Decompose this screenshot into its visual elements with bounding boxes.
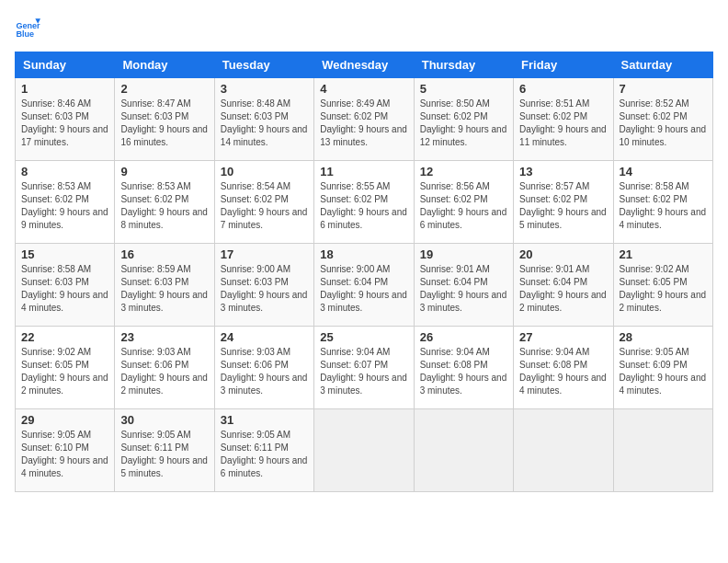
day-info: Sunrise: 9:01 AM Sunset: 6:04 PM Dayligh… xyxy=(519,263,607,315)
day-cell: 24 Sunrise: 9:03 AM Sunset: 6:06 PM Dayl… xyxy=(214,327,313,409)
day-info: Sunrise: 9:02 AM Sunset: 6:05 PM Dayligh… xyxy=(21,346,108,397)
day-cell: 10 Sunrise: 8:54 AM Sunset: 6:02 PM Dayl… xyxy=(214,161,313,244)
day-info: Sunrise: 9:04 AM Sunset: 6:07 PM Dayligh… xyxy=(320,346,407,397)
day-number: 31 xyxy=(221,413,308,427)
day-info: Sunrise: 8:46 AM Sunset: 6:03 PM Dayligh… xyxy=(21,98,108,149)
day-number: 18 xyxy=(320,247,407,261)
day-number: 7 xyxy=(620,82,707,96)
day-cell: 25 Sunrise: 9:04 AM Sunset: 6:07 PM Dayl… xyxy=(314,327,414,409)
header-cell-sunday: Sunday xyxy=(16,52,115,78)
day-info: Sunrise: 9:00 AM Sunset: 6:03 PM Dayligh… xyxy=(221,263,308,315)
day-info: Sunrise: 8:50 AM Sunset: 6:02 PM Dayligh… xyxy=(420,98,507,149)
day-number: 14 xyxy=(620,165,707,178)
day-number: 24 xyxy=(221,330,308,344)
day-cell: 8 Sunrise: 8:53 AM Sunset: 6:02 PM Dayli… xyxy=(16,161,115,244)
header-cell-monday: Monday xyxy=(115,52,214,78)
header-row: SundayMondayTuesdayWednesdayThursdayFrid… xyxy=(16,52,713,78)
day-cell: 27 Sunrise: 9:04 AM Sunset: 6:08 PM Dayl… xyxy=(514,327,613,409)
day-info: Sunrise: 9:04 AM Sunset: 6:08 PM Dayligh… xyxy=(420,346,507,397)
day-number: 8 xyxy=(21,165,108,178)
day-number: 5 xyxy=(420,82,507,96)
calendar-body: 1 Sunrise: 8:46 AM Sunset: 6:03 PM Dayli… xyxy=(16,78,713,492)
day-cell: 30 Sunrise: 9:05 AM Sunset: 6:11 PM Dayl… xyxy=(115,409,214,492)
day-number: 15 xyxy=(21,247,108,261)
day-cell: 26 Sunrise: 9:04 AM Sunset: 6:08 PM Dayl… xyxy=(414,327,513,409)
day-cell: 21 Sunrise: 9:02 AM Sunset: 6:05 PM Dayl… xyxy=(613,244,712,327)
week-row-2: 8 Sunrise: 8:53 AM Sunset: 6:02 PM Dayli… xyxy=(16,161,713,244)
day-info: Sunrise: 8:59 AM Sunset: 6:03 PM Dayligh… xyxy=(120,263,208,315)
day-cell: 6 Sunrise: 8:51 AM Sunset: 6:02 PM Dayli… xyxy=(514,78,613,161)
header-cell-saturday: Saturday xyxy=(613,52,712,78)
day-cell: 7 Sunrise: 8:52 AM Sunset: 6:02 PM Dayli… xyxy=(613,78,712,161)
day-number: 2 xyxy=(120,82,208,96)
day-info: Sunrise: 8:54 AM Sunset: 6:02 PM Dayligh… xyxy=(221,180,308,232)
day-number: 1 xyxy=(21,82,108,96)
day-info: Sunrise: 9:03 AM Sunset: 6:06 PM Dayligh… xyxy=(120,346,208,397)
week-row-1: 1 Sunrise: 8:46 AM Sunset: 6:03 PM Dayli… xyxy=(16,78,713,161)
day-cell: 20 Sunrise: 9:01 AM Sunset: 6:04 PM Dayl… xyxy=(514,244,613,327)
week-row-3: 15 Sunrise: 8:58 AM Sunset: 6:03 PM Dayl… xyxy=(16,244,713,327)
header-cell-tuesday: Tuesday xyxy=(214,52,313,78)
day-info: Sunrise: 9:00 AM Sunset: 6:04 PM Dayligh… xyxy=(320,263,407,315)
day-number: 13 xyxy=(519,165,607,178)
day-info: Sunrise: 9:03 AM Sunset: 6:06 PM Dayligh… xyxy=(221,346,308,397)
day-number: 16 xyxy=(120,247,208,261)
day-number: 4 xyxy=(320,82,407,96)
day-info: Sunrise: 8:52 AM Sunset: 6:02 PM Dayligh… xyxy=(620,98,707,149)
day-number: 11 xyxy=(320,165,407,178)
day-cell: 22 Sunrise: 9:02 AM Sunset: 6:05 PM Dayl… xyxy=(16,327,115,409)
day-info: Sunrise: 8:49 AM Sunset: 6:02 PM Dayligh… xyxy=(320,98,407,149)
logo-icon: General Blue xyxy=(15,15,40,40)
day-info: Sunrise: 9:05 AM Sunset: 6:10 PM Dayligh… xyxy=(21,429,108,480)
day-cell: 12 Sunrise: 8:56 AM Sunset: 6:02 PM Dayl… xyxy=(414,161,513,244)
day-number: 3 xyxy=(221,82,308,96)
day-info: Sunrise: 9:01 AM Sunset: 6:04 PM Dayligh… xyxy=(420,263,507,315)
day-cell xyxy=(613,409,712,492)
day-cell: 16 Sunrise: 8:59 AM Sunset: 6:03 PM Dayl… xyxy=(115,244,214,327)
day-number: 25 xyxy=(320,330,407,344)
day-cell: 2 Sunrise: 8:47 AM Sunset: 6:03 PM Dayli… xyxy=(115,78,214,161)
day-number: 28 xyxy=(620,330,707,344)
day-info: Sunrise: 8:55 AM Sunset: 6:02 PM Dayligh… xyxy=(320,180,407,232)
day-cell: 3 Sunrise: 8:48 AM Sunset: 6:03 PM Dayli… xyxy=(214,78,313,161)
day-cell: 14 Sunrise: 8:58 AM Sunset: 6:02 PM Dayl… xyxy=(613,161,712,244)
day-cell xyxy=(414,409,513,492)
day-cell: 13 Sunrise: 8:57 AM Sunset: 6:02 PM Dayl… xyxy=(514,161,613,244)
day-info: Sunrise: 9:02 AM Sunset: 6:05 PM Dayligh… xyxy=(620,263,707,315)
day-cell: 19 Sunrise: 9:01 AM Sunset: 6:04 PM Dayl… xyxy=(414,244,513,327)
day-info: Sunrise: 8:53 AM Sunset: 6:02 PM Dayligh… xyxy=(21,180,108,232)
day-cell: 4 Sunrise: 8:49 AM Sunset: 6:02 PM Dayli… xyxy=(314,78,414,161)
day-number: 20 xyxy=(519,247,607,261)
day-info: Sunrise: 9:05 AM Sunset: 6:11 PM Dayligh… xyxy=(221,429,308,480)
header-cell-friday: Friday xyxy=(514,52,613,78)
day-info: Sunrise: 8:56 AM Sunset: 6:02 PM Dayligh… xyxy=(420,180,507,232)
day-number: 21 xyxy=(620,247,707,261)
day-number: 17 xyxy=(221,247,308,261)
day-number: 12 xyxy=(420,165,507,178)
day-number: 6 xyxy=(519,82,607,96)
day-info: Sunrise: 9:05 AM Sunset: 6:09 PM Dayligh… xyxy=(620,346,707,397)
calendar-table: SundayMondayTuesdayWednesdayThursdayFrid… xyxy=(15,52,713,492)
svg-text:Blue: Blue xyxy=(16,29,34,39)
header-cell-wednesday: Wednesday xyxy=(314,52,414,78)
day-info: Sunrise: 8:51 AM Sunset: 6:02 PM Dayligh… xyxy=(519,98,607,149)
day-cell: 5 Sunrise: 8:50 AM Sunset: 6:02 PM Dayli… xyxy=(414,78,513,161)
calendar-header: SundayMondayTuesdayWednesdayThursdayFrid… xyxy=(16,52,713,78)
week-row-4: 22 Sunrise: 9:02 AM Sunset: 6:05 PM Dayl… xyxy=(16,327,713,409)
day-number: 22 xyxy=(21,330,108,344)
day-cell: 11 Sunrise: 8:55 AM Sunset: 6:02 PM Dayl… xyxy=(314,161,414,244)
day-cell xyxy=(314,409,414,492)
day-number: 9 xyxy=(120,165,208,178)
day-number: 29 xyxy=(21,413,108,427)
day-number: 23 xyxy=(120,330,208,344)
day-number: 26 xyxy=(420,330,507,344)
day-info: Sunrise: 8:47 AM Sunset: 6:03 PM Dayligh… xyxy=(120,98,208,149)
day-cell: 18 Sunrise: 9:00 AM Sunset: 6:04 PM Dayl… xyxy=(314,244,414,327)
week-row-5: 29 Sunrise: 9:05 AM Sunset: 6:10 PM Dayl… xyxy=(16,409,713,492)
day-info: Sunrise: 8:58 AM Sunset: 6:03 PM Dayligh… xyxy=(21,263,108,315)
day-cell: 28 Sunrise: 9:05 AM Sunset: 6:09 PM Dayl… xyxy=(613,327,712,409)
day-number: 30 xyxy=(120,413,208,427)
day-number: 10 xyxy=(221,165,308,178)
day-cell: 1 Sunrise: 8:46 AM Sunset: 6:03 PM Dayli… xyxy=(16,78,115,161)
day-cell: 29 Sunrise: 9:05 AM Sunset: 6:10 PM Dayl… xyxy=(16,409,115,492)
